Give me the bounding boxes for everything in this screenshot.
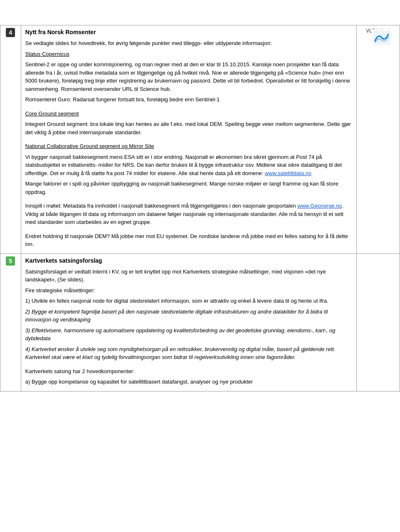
row-4-core-title: Core Ground segment [25,110,352,118]
row-number-5: 5 [0,253,21,391]
row-5-komp-a: a) Bygge opp kompetanse og kapasitet for… [25,378,352,386]
row-4-para-1: Se vedlagte slides for hovedtrekk, for ø… [25,39,352,48]
row-4-para-sentinel: Sentinel-2 er oppe og under kommisjoneri… [25,60,352,93]
row-5-fire: Fire strategiske målsettinger: [25,286,352,295]
geonorge-link[interactable]: www.Geonorge.no [298,203,342,209]
row-5-para-intro: Satsingsforslaget er vedtatt internt i K… [25,268,352,284]
row-4-national-text2: Mange faktorer er i spill og påvirker op… [25,180,352,196]
row-4-core-text: Integrert Ground segment: bra lokale tin… [25,120,352,136]
header-logo [372,29,392,46]
row-number-4: 4 [0,25,21,254]
row-5-title: Kartverkets satsingsforslag [25,257,102,264]
row-4-dem: Endret holdning til nasjonale DEM? Må jo… [25,232,352,248]
row-4-status: VLB(utført) [357,25,400,254]
satelittdata-link[interactable]: www.satelittdata.no [265,170,311,176]
row-4-content: Nytt fra Norsk Romsenter Se vedlagte sli… [21,25,357,254]
row-5-mal1: 1) Utvikle én felles nasjonal node for d… [25,297,352,305]
row-4-national-title: National Collaborative Ground segment og… [25,142,352,151]
row-4-para-status: Status Copernicus [25,50,352,58]
row-5-mal3: 3) Effektivisere, harmonisere og automat… [25,326,352,343]
row-4-title: Nytt fra Norsk Romsenter [25,29,96,35]
row-5-status [357,253,400,391]
main-content-table: 4 Nytt fra Norsk Romsenter Se vedlagte s… [0,25,400,391]
table-row: 4 Nytt fra Norsk Romsenter Se vedlagte s… [0,25,400,254]
table-row: 5 Kartverkets satsingsforslag Satsingsfo… [0,253,400,391]
row-5-komponenter: Kartverkets satsing har 2 hovedkomponent… [25,367,352,376]
row-5-mal4: 4) Kartverket ønsker å utvikle seg som m… [25,345,352,361]
row-5-mal2: 2) Bygge et kompetent fagmiljø basert på… [25,308,352,324]
row-4-para-radarsat: Romsenteret Guro: Radarsat fungerer fort… [25,95,352,104]
row-4-innspill: Innspill i møtet: Metadata fra innholdet… [25,202,352,226]
page: 4 Nytt fra Norsk Romsenter Se vedlagte s… [0,25,400,532]
row-5-content: Kartverkets satsingsforslag Satsingsfors… [21,253,357,391]
row-4-national-text: Vi bygger nasjonalt bakkesegment mens ES… [25,153,352,178]
